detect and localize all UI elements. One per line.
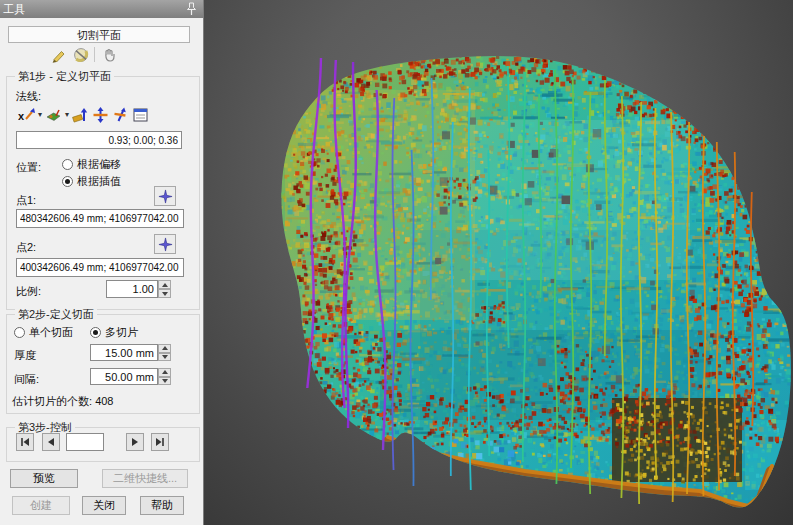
tool-title-label: 切割平面 — [77, 29, 121, 41]
radio-circle — [14, 327, 25, 338]
next-icon — [130, 437, 140, 447]
first-slice-button[interactable] — [16, 433, 34, 451]
pencil-icon — [51, 47, 67, 63]
radio-by-interpolation-label: 根据插值 — [77, 174, 121, 189]
next-slice-button[interactable] — [126, 433, 144, 451]
radio-circle — [90, 327, 101, 338]
plane-normal-dropdown[interactable]: ▾ — [65, 107, 69, 123]
radio-by-offset-label: 根据偏移 — [77, 157, 121, 172]
last-slice-button[interactable] — [151, 433, 169, 451]
normal-label: 法线: — [16, 89, 41, 104]
thickness-input[interactable] — [90, 344, 158, 361]
triangle-down-icon — [162, 355, 168, 359]
invert-normal-icon — [92, 107, 109, 123]
thickness-spinner — [158, 344, 171, 361]
spacing-label: 间隔: — [14, 372, 39, 387]
point1-input[interactable] — [16, 209, 184, 228]
pick-point2-button[interactable] — [154, 234, 176, 254]
close-button[interactable]: 关闭 — [82, 496, 126, 515]
dialog-icon — [132, 107, 149, 123]
create-button[interactable]: 创建 — [12, 496, 70, 515]
spin-down-button[interactable] — [158, 289, 171, 298]
triangle-down-icon — [162, 379, 168, 383]
invert-normal-button[interactable] — [92, 106, 109, 123]
pick-point-star-icon — [158, 189, 173, 204]
panel-title: 工具 — [3, 3, 25, 15]
slice-estimate: 估计切片的个数: 408 — [12, 394, 113, 409]
spin-down-button[interactable] — [158, 353, 171, 362]
3d-viewport[interactable] — [204, 0, 793, 525]
slice-estimate-label: 估计切片的个数: — [12, 395, 92, 407]
grab-mode-button[interactable] — [100, 46, 117, 63]
hand-icon — [101, 47, 117, 63]
position-label: 位置: — [16, 160, 41, 175]
plane-toolbar — [50, 45, 117, 64]
point2-label: 点2: — [16, 240, 36, 255]
preview-button-label: 预览 — [33, 471, 55, 486]
edit-plane-button[interactable] — [50, 46, 67, 63]
thickness-label: 厚度 — [14, 348, 36, 363]
radio-by-interpolation[interactable]: 根据插值 — [62, 174, 121, 189]
edit-normal-button[interactable] — [112, 106, 129, 123]
normal-icon-row: x ▾ ▾ — [18, 106, 149, 123]
triangle-up-icon — [162, 283, 168, 287]
fit-normal-icon — [72, 107, 89, 123]
skip-last-icon — [155, 437, 165, 447]
radio-circle — [62, 176, 73, 187]
slice-estimate-value: 408 — [95, 395, 113, 407]
clipping-sphere-button[interactable] — [72, 46, 89, 63]
pick-point1-button[interactable] — [154, 186, 176, 206]
shortcut-2d-button[interactable]: 二维快捷线... — [102, 469, 188, 488]
radio-circle — [62, 159, 73, 170]
triangle-up-icon — [162, 346, 168, 350]
spin-up-button[interactable] — [158, 280, 171, 289]
edit-normal-icon — [112, 107, 129, 123]
spacing-input[interactable] — [90, 368, 158, 385]
previous-slice-button[interactable] — [42, 433, 60, 451]
toolbar-separator — [94, 47, 95, 62]
previous-icon — [46, 437, 56, 447]
skip-first-icon — [20, 437, 30, 447]
radio-single-section[interactable]: 单个切面 — [14, 325, 73, 340]
numeric-normal-button[interactable] — [132, 106, 149, 123]
create-button-label: 创建 — [30, 498, 52, 513]
close-button-label: 关闭 — [93, 498, 115, 513]
axis-normal-dropdown[interactable]: ▾ — [38, 107, 42, 123]
tool-title: 切割平面 — [8, 26, 190, 43]
scale-spinner — [158, 280, 171, 298]
panel-titlebar[interactable]: 工具 — [0, 0, 203, 18]
radio-multi-slices-label: 多切片 — [105, 325, 138, 340]
spacing-spinner — [158, 368, 171, 385]
point1-label: 点1: — [16, 193, 36, 208]
slice-index-input[interactable] — [66, 433, 104, 451]
axis-normal-button[interactable]: x — [18, 106, 35, 123]
normal-vector-input[interactable] — [16, 131, 182, 149]
preview-button[interactable]: 预览 — [10, 469, 78, 488]
triangle-down-icon — [162, 292, 168, 296]
fit-normal-button[interactable] — [72, 106, 89, 123]
scale-label: 比例: — [16, 284, 41, 299]
spin-up-button[interactable] — [158, 368, 171, 377]
plane-normal-icon — [45, 107, 62, 123]
step2-legend: 第2步-定义切面 — [15, 307, 97, 322]
shortcut-2d-button-label: 二维快捷线... — [113, 471, 177, 486]
point-cloud-canvas[interactable] — [204, 0, 793, 525]
spin-down-button[interactable] — [158, 377, 171, 386]
step1-legend: 第1步 - 定义切平面 — [15, 69, 114, 84]
svg-text:x: x — [18, 110, 25, 122]
radio-single-section-label: 单个切面 — [29, 325, 73, 340]
sphere-icon — [73, 47, 89, 63]
plane-normal-button[interactable] — [45, 106, 62, 123]
help-button[interactable]: 帮助 — [140, 496, 184, 515]
spin-up-button[interactable] — [158, 344, 171, 353]
pick-point-star-icon — [158, 237, 173, 252]
radio-multi-slices[interactable]: 多切片 — [90, 325, 138, 340]
radio-by-offset[interactable]: 根据偏移 — [62, 157, 121, 172]
point2-input[interactable] — [16, 258, 184, 277]
scale-input[interactable] — [106, 280, 158, 298]
tools-panel: 工具 切割平面 — [0, 0, 204, 525]
application-window: 工具 切割平面 — [0, 0, 793, 525]
pin-icon[interactable] — [186, 2, 197, 16]
triangle-up-icon — [162, 370, 168, 374]
axis-normal-icon: x — [18, 107, 35, 123]
